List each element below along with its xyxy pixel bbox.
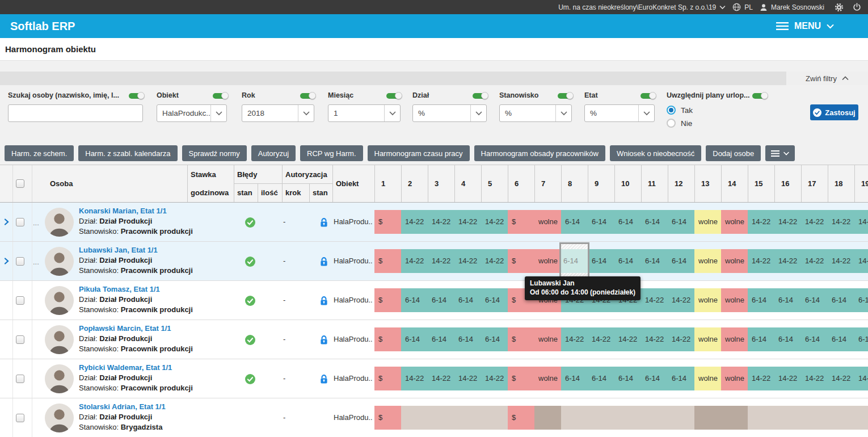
schedule-cell-day-13[interactable]: wolne xyxy=(694,249,721,273)
user-menu[interactable]: Marek Sosnowski xyxy=(760,3,824,11)
schedule-cell-day-13[interactable]: wolne xyxy=(694,210,721,234)
radio-option-tak[interactable]: Tak xyxy=(667,106,693,115)
schedule-cell-day-19[interactable]: 14-22 xyxy=(854,249,868,273)
schedule-cell-day-9[interactable]: 14-22 xyxy=(588,327,614,351)
schedule-cell-day-19[interactable]: 6-14 xyxy=(854,327,868,351)
schedule-cell-day-10[interactable] xyxy=(614,406,641,430)
schedule-cell-day-12[interactable]: 6-14 xyxy=(668,210,694,234)
row-checkbox[interactable] xyxy=(16,218,24,226)
schedule-cell-day-2[interactable] xyxy=(401,406,428,430)
row-checkbox[interactable] xyxy=(16,375,24,383)
person-name-link[interactable]: Pikuła Tomasz, Etat 1/1 xyxy=(79,285,160,293)
schedule-cell-day-5[interactable]: 14-22 xyxy=(481,210,508,234)
schedule-cell-day-8[interactable] xyxy=(561,406,588,430)
collapse-filters-button[interactable]: Zwiń filtry xyxy=(786,72,868,85)
filter-select-stanowisko[interactable]: % xyxy=(499,104,572,122)
expand-row-chevron-icon[interactable] xyxy=(3,257,10,265)
person-name-link[interactable]: Stolarski Adrian, Etat 1/1 xyxy=(79,402,166,411)
schedule-cell-day-2[interactable]: 14-22 xyxy=(401,210,428,234)
schedule-cell-day-18[interactable] xyxy=(828,406,854,430)
schedule-cell-day-16[interactable] xyxy=(774,406,801,430)
radio-option-nie[interactable]: Nie xyxy=(667,119,692,128)
toolbar-button-3[interactable]: Sprawdź normy xyxy=(182,145,247,161)
filter-toggle-miesiac[interactable] xyxy=(386,92,401,99)
schedule-cell-day-16[interactable]: 14-22 xyxy=(774,210,801,234)
toolbar-button-6[interactable]: Harmonogram czasu pracy xyxy=(368,145,470,161)
schedule-cell-day-7[interactable] xyxy=(534,406,561,430)
schedule-cell-day-3[interactable]: 14-22 xyxy=(428,249,454,273)
schedule-cell-day-8[interactable]: 6-14 xyxy=(561,210,588,234)
schedule-cell-day-15[interactable]: 14-22 xyxy=(748,249,774,273)
schedule-cell-day-16[interactable]: 14-22 xyxy=(774,249,801,273)
schedule-cell-day-15[interactable]: 14-22 xyxy=(748,210,774,234)
schedule-cell-day-2[interactable]: 14-22 xyxy=(401,367,428,390)
schedule-cell-day-7[interactable]: wolne xyxy=(534,327,561,351)
schedule-cell-day-11[interactable]: 6-14 xyxy=(641,367,668,390)
filter-select-miesiac[interactable]: 1 xyxy=(328,104,401,122)
row-ellipsis[interactable]: ... xyxy=(33,258,39,266)
schedule-cell-day-2[interactable]: 14-22 xyxy=(401,249,428,273)
schedule-cell-day-11[interactable]: 6-14 xyxy=(641,249,668,273)
schedule-cell-day-15[interactable]: 6-14 xyxy=(748,327,774,351)
schedule-cell-day-10[interactable]: 6-14 xyxy=(614,367,641,390)
schedule-cell-day-18[interactable]: 6-14 xyxy=(828,327,854,351)
schedule-cell-day-14[interactable]: wolne xyxy=(721,288,748,312)
schedule-cell-day-9[interactable]: 6-14 xyxy=(588,249,614,273)
schedule-cell-day-5[interactable] xyxy=(481,406,508,430)
toolbar-button-8[interactable]: Wniosek o nieobecność xyxy=(610,145,701,161)
schedule-cell-day-4[interactable] xyxy=(454,406,481,430)
schedule-cell-day-6[interactable]: $ xyxy=(508,327,534,351)
schedule-cell-day-6[interactable]: $ xyxy=(508,249,534,273)
toolbar-button-7[interactable]: Harmonogram obsady pracowników xyxy=(474,145,605,161)
schedule-cell-day-19[interactable]: 14-22 xyxy=(854,367,868,390)
main-menu-button[interactable]: MENU xyxy=(776,21,834,31)
row-ellipsis[interactable]: ... xyxy=(33,218,39,227)
schedule-cell-day-8[interactable]: 6-14 xyxy=(561,367,588,390)
filter-toggle-search-person[interactable] xyxy=(129,92,144,99)
schedule-cell-day-2[interactable]: 6-14 xyxy=(401,288,428,312)
toolbar-button-9[interactable]: Dodaj osobe xyxy=(706,145,761,161)
expand-row-chevron-icon[interactable] xyxy=(3,218,10,226)
schedule-cell-day-1[interactable]: $ xyxy=(374,327,401,351)
schedule-cell-day-18[interactable]: 6-14 xyxy=(828,288,854,312)
schedule-cell-day-14[interactable]: wolne xyxy=(721,367,748,390)
schedule-cell-day-17[interactable]: 14-22 xyxy=(801,367,828,390)
schedule-cell-day-19[interactable] xyxy=(854,406,868,430)
schedule-cell-day-17[interactable] xyxy=(801,406,828,430)
schedule-cell-day-8[interactable]: 14-22 xyxy=(561,327,588,351)
schedule-cell-day-16[interactable]: 14-22 xyxy=(774,367,801,390)
toolbar-button-1[interactable]: Harm. ze schem. xyxy=(5,145,74,161)
toolbar-button-5[interactable]: RCP wg Harm. xyxy=(300,145,363,161)
schedule-cell-day-1[interactable]: $ xyxy=(374,249,401,273)
schedule-cell-day-16[interactable]: 6-14 xyxy=(774,288,801,312)
schedule-cell-day-17[interactable]: 14-22 xyxy=(801,249,828,273)
schedule-cell-day-4[interactable]: 14-22 xyxy=(454,249,481,273)
search-input[interactable] xyxy=(8,104,143,122)
schedule-cell-day-19[interactable]: 6-14 xyxy=(854,288,868,312)
schedule-cell-day-3[interactable]: 6-14 xyxy=(428,327,454,351)
schedule-cell-day-3[interactable]: 14-22 xyxy=(428,210,454,234)
person-name-link[interactable]: Rybicki Waldemar, Etat 1/1 xyxy=(79,363,172,372)
schedule-cell-day-10[interactable]: 14-22 xyxy=(614,327,641,351)
schedule-cell-day-13[interactable]: wolne xyxy=(694,327,721,351)
filter-toggle-urlopy[interactable] xyxy=(752,92,767,99)
schedule-cell-day-5[interactable]: 6-14 xyxy=(481,288,508,312)
schedule-cell-day-15[interactable]: 6-14 xyxy=(748,288,774,312)
schedule-cell-day-5[interactable]: 14-22 xyxy=(481,367,508,390)
schedule-cell-day-13[interactable] xyxy=(694,406,721,430)
toolbar-button-2[interactable]: Harm. z szabl. kalendarza xyxy=(78,145,177,161)
power-icon[interactable] xyxy=(853,3,861,11)
filter-select-rok[interactable]: 2018 xyxy=(242,104,314,122)
schedule-cell-day-17[interactable]: 6-14 xyxy=(801,327,828,351)
filter-toggle-dzial[interactable] xyxy=(473,92,487,99)
schedule-cell-day-11[interactable]: 6-14 xyxy=(641,210,668,234)
person-name-link[interactable]: Konarski Marian, Etat 1/1 xyxy=(79,207,167,215)
row-checkbox[interactable] xyxy=(16,296,24,305)
schedule-cell-day-10[interactable]: 6-14 xyxy=(614,249,641,273)
schedule-cell-day-13[interactable]: wolne xyxy=(694,367,721,390)
apply-filters-button[interactable]: Zastosuj xyxy=(810,104,858,120)
filter-toggle-rok[interactable] xyxy=(300,92,315,99)
schedule-cell-day-10[interactable]: 6-14 xyxy=(614,210,641,234)
person-name-link[interactable]: Popławski Marcin, Etat 1/1 xyxy=(79,324,171,333)
filter-toggle-stanowisko[interactable] xyxy=(558,92,572,99)
